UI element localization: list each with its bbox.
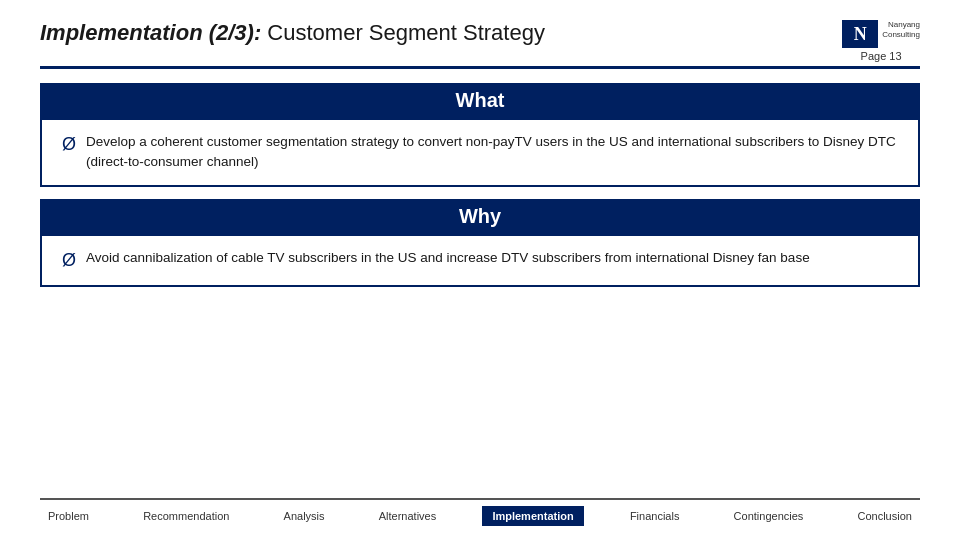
why-bullet-row: Ø Avoid cannibalization of cable TV subs… — [62, 248, 898, 273]
why-bullet-text: Avoid cannibalization of cable TV subscr… — [86, 248, 810, 268]
what-bullet-row: Ø Develop a coherent customer segmentati… — [62, 132, 898, 173]
nav-item-problem[interactable]: Problem — [40, 506, 97, 526]
nav-item-recommendation[interactable]: Recommendation — [135, 506, 237, 526]
nav-item-implementation[interactable]: Implementation — [482, 506, 583, 526]
what-bullet-text: Develop a coherent customer segmentation… — [86, 132, 898, 173]
sections-wrapper: What Ø Develop a coherent customer segme… — [40, 83, 920, 498]
logo-text: NanyangConsulting — [882, 20, 920, 39]
what-bullet-symbol: Ø — [62, 132, 76, 157]
why-section: Why Ø Avoid cannibalization of cable TV … — [40, 199, 920, 299]
bottom-nav: ProblemRecommendationAnalysisAlternative… — [40, 506, 920, 530]
bottom-divider — [40, 498, 920, 500]
nav-item-financials[interactable]: Financials — [622, 506, 688, 526]
why-content-box: Ø Avoid cannibalization of cable TV subs… — [40, 234, 920, 287]
title-bold: Implementation (2/3): — [40, 20, 261, 45]
nav-item-conclusion[interactable]: Conclusion — [850, 506, 920, 526]
logo-box: N — [842, 20, 878, 48]
what-bar: What — [40, 83, 920, 118]
page-title: Implementation (2/3): Customer Segment S… — [40, 20, 545, 46]
nav-item-contingencies[interactable]: Contingencies — [726, 506, 812, 526]
nav-item-analysis[interactable]: Analysis — [276, 506, 333, 526]
page-number: Page 13 — [861, 50, 902, 62]
header: Implementation (2/3): Customer Segment S… — [40, 20, 920, 62]
page: Implementation (2/3): Customer Segment S… — [0, 0, 960, 540]
nav-item-alternatives[interactable]: Alternatives — [371, 506, 444, 526]
title-normal: Customer Segment Strategy — [261, 20, 545, 45]
what-content-box: Ø Develop a coherent customer segmentati… — [40, 118, 920, 187]
why-bar: Why — [40, 199, 920, 234]
top-divider — [40, 66, 920, 69]
what-section: What Ø Develop a coherent customer segme… — [40, 83, 920, 199]
logo-area: N NanyangConsulting Page 13 — [842, 20, 920, 62]
why-bullet-symbol: Ø — [62, 248, 76, 273]
